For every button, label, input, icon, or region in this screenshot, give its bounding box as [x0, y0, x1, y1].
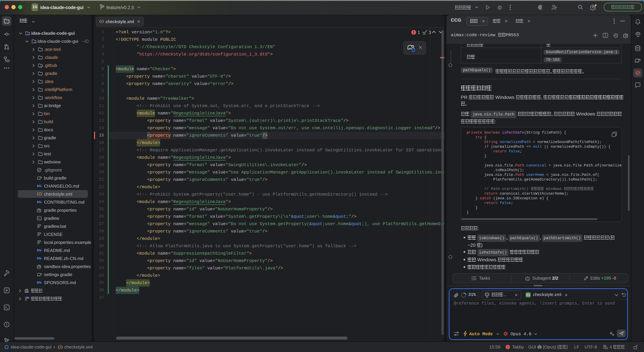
- svg-text:M: M: [37, 184, 40, 188]
- svg-text:M: M: [37, 200, 40, 204]
- svg-text:M: M: [37, 281, 40, 284]
- svg-text:M: M: [37, 256, 40, 260]
- svg-text:M: M: [37, 248, 40, 252]
